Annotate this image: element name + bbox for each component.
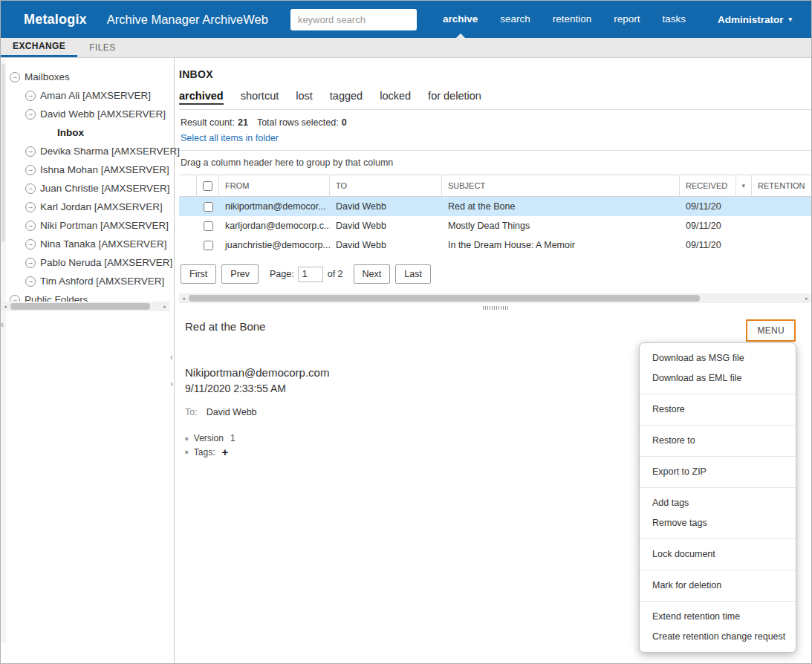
row-checkbox[interactable] [204,221,213,231]
expand-arrow-icon[interactable] [25,183,36,194]
expand-arrow-icon[interactable] [25,258,36,268]
expand-arrow-icon[interactable] [25,109,36,120]
menu-item[interactable]: Remove tags [640,513,796,539]
tree-item[interactable]: Tim Ashford [AMXSERVER] [1,272,174,290]
next-page-button[interactable]: Next [354,264,391,284]
tree-item[interactable]: Devika Sharma [AMXSERVER] [1,142,174,160]
scroll-left-icon[interactable]: ◂ [1,302,10,311]
menu-item[interactable]: Lock document [640,539,796,570]
tree-item-label: Aman Ali [AMXSERVER] [40,90,151,101]
select-all-checkbox-cell [197,175,219,196]
menu-item[interactable]: Restore [640,394,796,426]
tree-item-label: Inbox [57,127,84,138]
menu-item[interactable]: Export to ZIP [640,457,796,488]
expand-arrow-icon[interactable] [25,221,36,231]
received-filter-icon[interactable]: ▾ [735,175,745,196]
row-checkbox-cell [197,241,219,250]
user-menu[interactable]: Administrator ▾ [718,14,792,25]
tree-item[interactable]: Ishna Mohan [AMXSERVER] [1,160,174,179]
scroll-left-icon[interactable]: ◂ [179,293,188,303]
menu-item[interactable]: Download as EML file [640,368,796,394]
message-title: Red at the Bone [185,320,811,333]
keyword-search-input[interactable] [290,9,417,30]
table-row[interactable]: nikiportman@democor... David Webb Red at… [179,197,811,216]
scroll-right-icon[interactable]: ▸ [160,302,169,311]
row-checkbox[interactable] [204,202,213,212]
scroll-right-icon[interactable]: ▸ [802,293,811,303]
menu-item[interactable]: Extend retention time [640,602,796,627]
add-tag-button[interactable]: + [222,446,229,458]
column-header-retention[interactable]: RETENTION [752,175,811,196]
view-tab[interactable]: lost [296,90,313,109]
cell-to: David Webb [330,201,442,212]
view-tab[interactable]: tagged [330,90,363,109]
module-tab[interactable]: FILES [77,38,127,57]
expand-arrow-icon[interactable] [25,165,36,175]
expand-arrow-icon[interactable] [10,72,20,82]
to-value: David Webb [207,407,257,417]
tree-item-label: Mailboxes [25,71,70,82]
sidebar-horizontal-scrollbar[interactable]: ◂ ▸ [1,302,169,311]
scrollbar-thumb[interactable] [189,295,700,302]
tree-item[interactable]: Mailboxes [1,68,174,86]
select-all-checkbox[interactable] [203,181,212,191]
first-page-button[interactable]: First [181,264,216,284]
cell-to: David Webb [330,240,442,250]
view-tab[interactable]: archived [179,90,224,105]
tree-item[interactable]: Karl Jordan [AMXSERVER] [1,198,174,216]
menu-item[interactable]: Mark for deletion [640,570,796,602]
nav-item[interactable]: retention [542,1,603,38]
column-header-to[interactable]: TO [330,175,442,196]
to-label: To: [185,407,198,417]
scrollbar-thumb[interactable] [10,303,150,310]
expand-arrow-icon[interactable] [25,239,36,250]
tree-item[interactable]: Nina Tanaka [AMXSERVER] [1,235,174,253]
tree-item-label: Karl Jordan [AMXSERVER] [40,201,163,212]
tree-item[interactable]: David Webb [AMXSERVER] [1,105,174,123]
menu-item[interactable]: Download as MSG file [640,343,796,368]
view-tab[interactable]: for deletion [428,90,481,109]
tree-item[interactable]: Niki Portman [AMXSERVER] [1,216,174,235]
table-horizontal-scrollbar[interactable]: ◂ ▸ [179,293,811,303]
menu-button[interactable]: MENU [746,319,796,342]
bullet-icon: ■ [185,449,189,455]
tree-item[interactable]: Inbox [1,123,174,142]
tree-item[interactable]: Juan Christie [AMXSERVER] [1,179,174,198]
table-body: nikiportman@democor... David Webb Red at… [179,197,811,255]
select-all-link[interactable]: Select all items in folder [181,133,279,143]
tree-item-label: Devika Sharma [AMXSERVER] [40,146,180,157]
collapse-sidebar-icon[interactable]: ‹ [170,354,173,361]
nav-item[interactable]: archive [432,1,489,38]
prev-page-button[interactable]: Prev [221,264,259,284]
group-by-drop-zone[interactable]: Drag a column header here to group by th… [179,151,811,175]
expand-arrow-icon[interactable] [25,276,36,287]
tree-item[interactable]: Aman Ali [AMXSERVER] [1,86,174,105]
column-header-subject[interactable]: SUBJECT [442,175,680,196]
panel-collapse-icon[interactable]: ‹ [1,319,4,330]
menu-item[interactable]: Create retention change request [640,627,796,652]
table-row[interactable]: karljordan@democorp.c... David Webb Most… [179,216,811,235]
page-number-input[interactable] [298,267,323,282]
expand-arrow-icon[interactable] [25,202,36,212]
column-header-from[interactable]: FROM [219,175,330,196]
view-tab[interactable]: shortcut [241,90,279,109]
nav-item[interactable]: report [602,1,651,38]
expand-arrow-icon[interactable] [25,146,36,157]
selected-count-label: Total rows selected: [257,117,339,128]
nav-item[interactable]: search [489,1,542,38]
row-checkbox[interactable] [204,241,213,250]
tree-item[interactable]: Pablo Neruda [AMXSERVER] [1,253,174,272]
nav-item[interactable]: tasks [652,1,698,38]
table-row[interactable]: juanchristie@democorp.... David Webb In … [179,235,811,255]
message-preview-pane: Red at the Bone MENU Download as MSG fil… [179,310,811,458]
cell-from: karljordan@democorp.c... [219,221,330,231]
column-header-received[interactable]: RECEIVED ▾ [680,175,752,196]
expand-sidebar-icon[interactable]: › [170,380,173,388]
chevron-down-icon: ▾ [788,16,792,23]
expand-arrow-icon[interactable] [25,91,36,101]
view-tab[interactable]: locked [380,90,411,109]
menu-item[interactable]: Add tags [640,488,796,513]
module-tab[interactable]: EXCHANGE [1,38,77,57]
menu-item[interactable]: Restore to [640,426,796,457]
last-page-button[interactable]: Last [395,264,431,284]
